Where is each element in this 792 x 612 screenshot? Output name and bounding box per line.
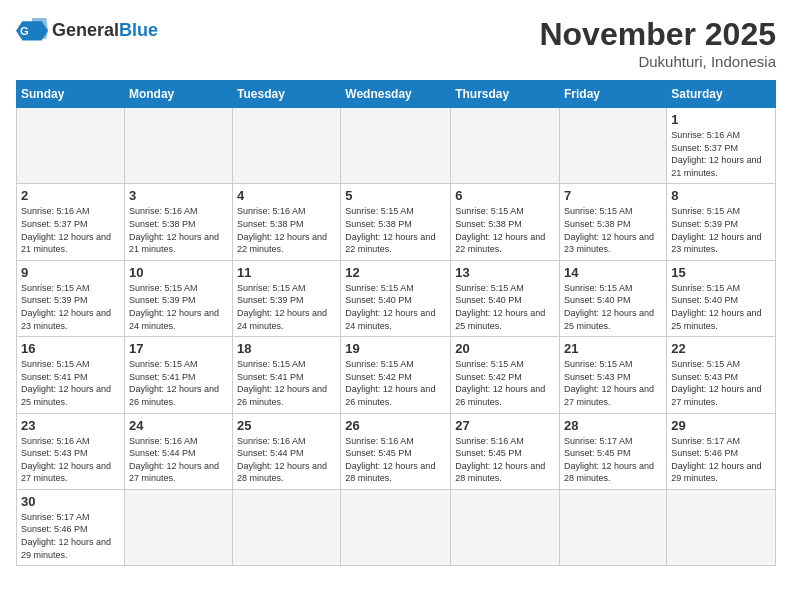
day-info: Sunrise: 5:16 AM Sunset: 5:37 PM Dayligh…: [21, 205, 120, 255]
day-info: Sunrise: 5:15 AM Sunset: 5:42 PM Dayligh…: [345, 358, 446, 408]
day-info: Sunrise: 5:16 AM Sunset: 5:45 PM Dayligh…: [455, 435, 555, 485]
calendar-day-cell: 5Sunrise: 5:15 AM Sunset: 5:38 PM Daylig…: [341, 184, 451, 260]
calendar-day-cell: [233, 108, 341, 184]
calendar-day-cell: [341, 489, 451, 565]
day-info: Sunrise: 5:15 AM Sunset: 5:42 PM Dayligh…: [455, 358, 555, 408]
day-number: 6: [455, 188, 555, 203]
day-info: Sunrise: 5:15 AM Sunset: 5:40 PM Dayligh…: [345, 282, 446, 332]
calendar-day-cell: 16Sunrise: 5:15 AM Sunset: 5:41 PM Dayli…: [17, 337, 125, 413]
calendar-day-cell: 8Sunrise: 5:15 AM Sunset: 5:39 PM Daylig…: [667, 184, 776, 260]
calendar-day-cell: [124, 489, 232, 565]
day-number: 12: [345, 265, 446, 280]
calendar-day-cell: 14Sunrise: 5:15 AM Sunset: 5:40 PM Dayli…: [560, 260, 667, 336]
day-info: Sunrise: 5:16 AM Sunset: 5:45 PM Dayligh…: [345, 435, 446, 485]
calendar-day-cell: 30Sunrise: 5:17 AM Sunset: 5:46 PM Dayli…: [17, 489, 125, 565]
calendar-week-row: 2Sunrise: 5:16 AM Sunset: 5:37 PM Daylig…: [17, 184, 776, 260]
day-number: 8: [671, 188, 771, 203]
svg-marker-1: [32, 18, 48, 39]
day-number: 4: [237, 188, 336, 203]
calendar-day-cell: 10Sunrise: 5:15 AM Sunset: 5:39 PM Dayli…: [124, 260, 232, 336]
day-number: 26: [345, 418, 446, 433]
day-info: Sunrise: 5:15 AM Sunset: 5:39 PM Dayligh…: [129, 282, 228, 332]
calendar-day-header: Monday: [124, 81, 232, 108]
calendar-week-row: 9Sunrise: 5:15 AM Sunset: 5:39 PM Daylig…: [17, 260, 776, 336]
day-info: Sunrise: 5:15 AM Sunset: 5:38 PM Dayligh…: [564, 205, 662, 255]
day-info: Sunrise: 5:16 AM Sunset: 5:44 PM Dayligh…: [237, 435, 336, 485]
day-number: 13: [455, 265, 555, 280]
day-number: 2: [21, 188, 120, 203]
location: Dukuhturi, Indonesia: [539, 53, 776, 70]
logo: G GeneralBlue: [16, 16, 158, 44]
calendar-day-cell: 18Sunrise: 5:15 AM Sunset: 5:41 PM Dayli…: [233, 337, 341, 413]
day-number: 29: [671, 418, 771, 433]
day-info: Sunrise: 5:15 AM Sunset: 5:43 PM Dayligh…: [564, 358, 662, 408]
day-info: Sunrise: 5:15 AM Sunset: 5:41 PM Dayligh…: [237, 358, 336, 408]
calendar-day-cell: 12Sunrise: 5:15 AM Sunset: 5:40 PM Dayli…: [341, 260, 451, 336]
calendar-day-cell: 22Sunrise: 5:15 AM Sunset: 5:43 PM Dayli…: [667, 337, 776, 413]
day-number: 5: [345, 188, 446, 203]
calendar-day-header: Thursday: [451, 81, 560, 108]
day-number: 30: [21, 494, 120, 509]
day-number: 11: [237, 265, 336, 280]
calendar-day-cell: [560, 108, 667, 184]
calendar-day-cell: 11Sunrise: 5:15 AM Sunset: 5:39 PM Dayli…: [233, 260, 341, 336]
calendar-day-header: Tuesday: [233, 81, 341, 108]
logo-icon: G: [16, 16, 48, 44]
calendar-day-cell: 2Sunrise: 5:16 AM Sunset: 5:37 PM Daylig…: [17, 184, 125, 260]
calendar-day-cell: 20Sunrise: 5:15 AM Sunset: 5:42 PM Dayli…: [451, 337, 560, 413]
day-number: 18: [237, 341, 336, 356]
calendar-week-row: 23Sunrise: 5:16 AM Sunset: 5:43 PM Dayli…: [17, 413, 776, 489]
day-info: Sunrise: 5:16 AM Sunset: 5:37 PM Dayligh…: [671, 129, 771, 179]
day-info: Sunrise: 5:15 AM Sunset: 5:40 PM Dayligh…: [564, 282, 662, 332]
day-number: 22: [671, 341, 771, 356]
calendar-week-row: 30Sunrise: 5:17 AM Sunset: 5:46 PM Dayli…: [17, 489, 776, 565]
day-info: Sunrise: 5:15 AM Sunset: 5:39 PM Dayligh…: [21, 282, 120, 332]
calendar-day-cell: [667, 489, 776, 565]
calendar-day-cell: 23Sunrise: 5:16 AM Sunset: 5:43 PM Dayli…: [17, 413, 125, 489]
calendar-day-cell: 26Sunrise: 5:16 AM Sunset: 5:45 PM Dayli…: [341, 413, 451, 489]
day-info: Sunrise: 5:15 AM Sunset: 5:38 PM Dayligh…: [455, 205, 555, 255]
day-info: Sunrise: 5:15 AM Sunset: 5:40 PM Dayligh…: [455, 282, 555, 332]
calendar-week-row: 1Sunrise: 5:16 AM Sunset: 5:37 PM Daylig…: [17, 108, 776, 184]
calendar-day-cell: [341, 108, 451, 184]
day-number: 10: [129, 265, 228, 280]
day-number: 23: [21, 418, 120, 433]
day-info: Sunrise: 5:16 AM Sunset: 5:38 PM Dayligh…: [129, 205, 228, 255]
calendar-day-cell: [560, 489, 667, 565]
calendar-table: SundayMondayTuesdayWednesdayThursdayFrid…: [16, 80, 776, 566]
day-number: 24: [129, 418, 228, 433]
svg-text:G: G: [20, 25, 29, 37]
calendar-day-cell: 27Sunrise: 5:16 AM Sunset: 5:45 PM Dayli…: [451, 413, 560, 489]
day-number: 28: [564, 418, 662, 433]
day-info: Sunrise: 5:17 AM Sunset: 5:46 PM Dayligh…: [21, 511, 120, 561]
day-number: 16: [21, 341, 120, 356]
day-number: 20: [455, 341, 555, 356]
calendar-day-cell: 1Sunrise: 5:16 AM Sunset: 5:37 PM Daylig…: [667, 108, 776, 184]
calendar-day-cell: [124, 108, 232, 184]
day-info: Sunrise: 5:17 AM Sunset: 5:46 PM Dayligh…: [671, 435, 771, 485]
calendar-day-header: Wednesday: [341, 81, 451, 108]
calendar-day-cell: 4Sunrise: 5:16 AM Sunset: 5:38 PM Daylig…: [233, 184, 341, 260]
calendar-day-cell: 9Sunrise: 5:15 AM Sunset: 5:39 PM Daylig…: [17, 260, 125, 336]
day-number: 21: [564, 341, 662, 356]
day-number: 19: [345, 341, 446, 356]
calendar-day-cell: 7Sunrise: 5:15 AM Sunset: 5:38 PM Daylig…: [560, 184, 667, 260]
day-number: 1: [671, 112, 771, 127]
logo-text: GeneralBlue: [52, 21, 158, 39]
day-number: 27: [455, 418, 555, 433]
day-info: Sunrise: 5:15 AM Sunset: 5:39 PM Dayligh…: [671, 205, 771, 255]
calendar-day-cell: 19Sunrise: 5:15 AM Sunset: 5:42 PM Dayli…: [341, 337, 451, 413]
calendar-day-cell: 6Sunrise: 5:15 AM Sunset: 5:38 PM Daylig…: [451, 184, 560, 260]
calendar-day-cell: [451, 108, 560, 184]
calendar-day-cell: 3Sunrise: 5:16 AM Sunset: 5:38 PM Daylig…: [124, 184, 232, 260]
title-block: November 2025 Dukuhturi, Indonesia: [539, 16, 776, 70]
day-info: Sunrise: 5:16 AM Sunset: 5:44 PM Dayligh…: [129, 435, 228, 485]
calendar-day-header: Friday: [560, 81, 667, 108]
day-info: Sunrise: 5:15 AM Sunset: 5:38 PM Dayligh…: [345, 205, 446, 255]
month-title: November 2025: [539, 16, 776, 53]
day-info: Sunrise: 5:16 AM Sunset: 5:38 PM Dayligh…: [237, 205, 336, 255]
calendar-day-cell: [451, 489, 560, 565]
calendar-day-cell: 28Sunrise: 5:17 AM Sunset: 5:45 PM Dayli…: [560, 413, 667, 489]
day-number: 17: [129, 341, 228, 356]
calendar-day-cell: [17, 108, 125, 184]
